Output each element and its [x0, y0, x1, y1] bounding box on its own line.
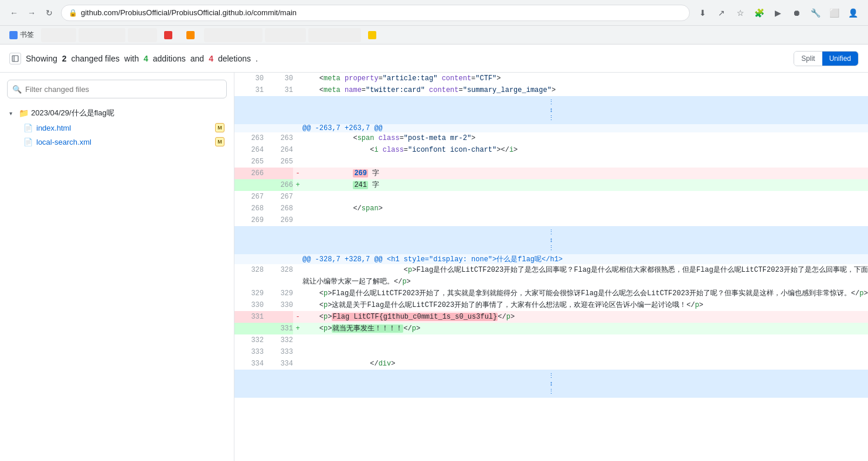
hunk-header-row: @@ -263,7 +263,7 @@: [234, 124, 868, 132]
table-row: 266 + 241 字: [234, 179, 868, 191]
expand-icon-3: ⋮ ↕ ⋮: [548, 372, 554, 395]
bookmark-4[interactable]: [128, 28, 157, 42]
bookmark-9[interactable]: [308, 28, 361, 42]
line-num-right: 333: [264, 346, 293, 358]
table-row: 330 330 <p>这就是关于Flag是什么呢LitCTF2023开始了的事情…: [234, 299, 868, 311]
extension-icon[interactable]: 🧩: [751, 5, 767, 21]
line-code: [302, 214, 868, 226]
bookmark-7[interactable]: [204, 28, 263, 42]
diff-area: 30 30 <meta property="article:tag" conte…: [234, 73, 868, 461]
expand-row-1[interactable]: ⋮ ↕ ⋮: [234, 96, 868, 124]
list-item[interactable]: 📄 index.html M: [21, 121, 227, 135]
line-code: <i class="iconfont icon-chart"></i>: [302, 144, 868, 156]
line-sign: +: [293, 179, 302, 191]
line-num-left: 30: [234, 73, 264, 84]
table-row: 264 264 <i class="iconfont icon-chart"><…: [234, 144, 868, 156]
stats-deletions-count: 4: [209, 54, 213, 63]
file-name: local-search.xml: [36, 138, 91, 146]
line-code: </div>: [302, 358, 868, 370]
forward-button[interactable]: →: [25, 6, 39, 20]
bookmark-icon[interactable]: ☆: [732, 5, 748, 21]
file-item-left: 📄 local-search.xml: [23, 138, 91, 146]
filter-input[interactable]: [7, 80, 227, 98]
expand-row-3[interactable]: ⋮ ↕ ⋮: [234, 370, 868, 398]
stats-deletions-label: deletions: [218, 54, 251, 63]
stats-changed-count: 2: [62, 54, 67, 63]
table-row: 332 332: [234, 334, 868, 346]
split-button[interactable]: Split: [794, 52, 822, 66]
line-num-right: 265: [264, 156, 293, 168]
bookmark-6[interactable]: [182, 28, 202, 42]
list-item[interactable]: 📄 local-search.xml M: [21, 135, 227, 149]
download-icon[interactable]: ⬇: [695, 5, 711, 21]
browser-chrome: ← → ↻ 🔒 github.com/ProbiusOfficial/Probi…: [0, 0, 868, 26]
stats-showing: Showing: [26, 54, 57, 63]
line-sign: [293, 358, 302, 370]
browser-actions: ⬇ ↗ ☆ 🧩 ▶ ⏺ 🔧 ⬜ 👤: [695, 5, 861, 21]
line-sign: [293, 84, 302, 96]
line-code: <p>这就是关于Flag是什么呢LitCTF2023开始了的事情了，大家有什么想…: [302, 299, 868, 311]
folder-icon: 📁: [19, 108, 29, 118]
view-toggle: Split Unified: [794, 51, 859, 66]
nav-buttons: ← → ↻: [7, 6, 56, 20]
share-icon[interactable]: ↗: [713, 5, 730, 21]
table-row: 333 333: [234, 346, 868, 358]
stats-additions-label: additions: [153, 54, 186, 63]
line-num-right: 268: [264, 203, 293, 214]
folder-item[interactable]: ▾ 📁 2023/04/29/什么是flag呢: [7, 105, 227, 121]
filter-wrapper: 🔍: [7, 80, 227, 98]
line-sign: [293, 156, 302, 168]
back-button[interactable]: ←: [7, 6, 21, 20]
hunk-num: [234, 124, 264, 132]
address-bar[interactable]: 🔒 github.com/ProbiusOfficial/ProbiusOffi…: [61, 5, 690, 21]
sidebar: 🔍 ▾ 📁 2023/04/29/什么是flag呢 📄 index.html: [0, 73, 234, 461]
expand-diff-icon[interactable]: [9, 53, 21, 64]
line-num-left: 334: [234, 358, 264, 370]
chevron-down-icon: ▾: [9, 110, 16, 117]
hunk-header-2: @@ -328,7 +328,7 @@ <h1 style="display: …: [302, 254, 868, 264]
stats-with: with: [124, 54, 139, 63]
line-num-left: 331: [234, 311, 264, 323]
table-row: 269 269: [234, 214, 868, 226]
bookmark-1[interactable]: 书签: [5, 28, 39, 42]
table-row: 328 328 <p>Flag是什么呢LitCTF2023开始了是怎么回事呢？F…: [234, 264, 868, 288]
line-num-right: 330: [264, 299, 293, 311]
reload-button[interactable]: ↻: [42, 6, 56, 20]
line-num-right: 30: [264, 73, 293, 84]
stats-changed-label: changed files: [72, 54, 120, 63]
bookmark-3[interactable]: [79, 28, 125, 42]
line-code: <p>Flag是什么呢LitCTF2023开始了，其实就是拿到就能得分，大家可能…: [302, 288, 868, 299]
record-icon[interactable]: ⏺: [788, 5, 805, 21]
stats-bar: Showing 2 changed files with 4 additions…: [9, 53, 258, 64]
diff-table: 30 30 <meta property="article:tag" conte…: [234, 73, 868, 398]
file-icon: 📄: [23, 124, 33, 132]
line-code: <meta property="article:tag" content="CT…: [302, 73, 868, 84]
line-code: <p>Flag是什么呢LitCTF2023开始了是怎么回事呢？Flag是什么呢相…: [302, 264, 868, 288]
expand-row-2[interactable]: ⋮ ↕ ⋮: [234, 226, 868, 254]
line-num-right: 266: [264, 179, 293, 191]
table-row: 30 30 <meta property="article:tag" conte…: [234, 73, 868, 84]
hunk-header-row-2: @@ -328,7 +328,7 @@ <h1 style="display: …: [234, 254, 868, 264]
bookmark-5[interactable]: [159, 28, 179, 42]
bookmark-2[interactable]: [41, 28, 76, 42]
line-num-right: [264, 311, 293, 323]
play-icon[interactable]: ▶: [770, 5, 786, 21]
line-num-right: 332: [264, 334, 293, 346]
line-num-left: 333: [234, 346, 264, 358]
table-row: 263 263 <span class="post-meta mr-2">: [234, 132, 868, 144]
line-sign: [293, 132, 302, 144]
bookmark-10[interactable]: [363, 28, 383, 42]
line-num-right: 31: [264, 84, 293, 96]
line-num-right: [264, 168, 293, 179]
profile-icon[interactable]: 👤: [845, 5, 861, 21]
unified-button[interactable]: Unified: [822, 52, 858, 66]
line-num-left: 269: [234, 214, 264, 226]
top-bar: Showing 2 changed files with 4 additions…: [0, 45, 868, 73]
lock-icon: 🔒: [69, 9, 77, 17]
window-icon[interactable]: ⬜: [826, 5, 842, 21]
bookmark-8[interactable]: [265, 28, 306, 42]
line-sign: [293, 346, 302, 358]
line-num-left: 266: [234, 168, 264, 179]
puzzle-icon[interactable]: 🔧: [807, 5, 823, 21]
line-num-left: 263: [234, 132, 264, 144]
